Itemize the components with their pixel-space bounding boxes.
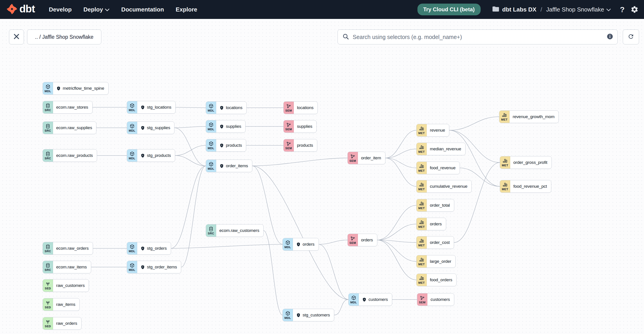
metric-icon: MET (416, 124, 427, 136)
node-label: raw_orders (53, 317, 81, 330)
database-icon: SRC (43, 101, 53, 113)
node-src_raw_stores[interactable]: SRCecom.raw_stores (43, 101, 92, 114)
cube-icon: MDL (206, 120, 216, 133)
database-icon: SRC (43, 261, 53, 273)
cube-icon: MDL (43, 82, 53, 94)
shield-lock-icon (296, 242, 301, 247)
refresh-icon (628, 33, 634, 41)
try-cloud-cli-button[interactable]: Try Cloud CLI (beta) (418, 3, 481, 15)
shield-lock-icon (140, 265, 145, 270)
node-met_order_total[interactable]: METorder_total (416, 199, 454, 212)
node-seed_raw_customers[interactable]: SEDraw_customers (43, 279, 89, 292)
node-label: metricflow_time_spine (53, 82, 108, 94)
search-icon (342, 33, 349, 41)
database-icon: SRC (43, 242, 53, 254)
cube-icon: MDL (283, 238, 293, 250)
node-stg_order_items[interactable]: MDLstg_order_items (127, 261, 181, 273)
node-met_food_revenue[interactable]: METfood_revenue (416, 162, 460, 174)
node-src_raw_products[interactable]: SRCecom.raw_products (43, 149, 97, 162)
node-label: order_total (427, 199, 454, 211)
help-icon[interactable]: ? (620, 5, 624, 14)
node-src_raw_customers[interactable]: SRCecom.raw_customers (206, 224, 264, 237)
breadcrumb[interactable]: .. / Jaffle Shop Snowflake (27, 29, 101, 44)
node-order_items[interactable]: MDLorder_items (206, 160, 252, 172)
metric-icon: MET (416, 274, 427, 286)
node-label: ecom.raw_stores (53, 101, 92, 113)
node-met_median_revenue[interactable]: METmedian_revenue (416, 143, 466, 155)
node-met_order_gross_profit[interactable]: METorder_gross_profit (500, 156, 552, 169)
dbt-logo[interactable]: dbt (7, 3, 35, 15)
node-stg_orders[interactable]: MDLstg_orders (127, 242, 171, 255)
main-nav: Develop Deploy Documentation Explore (49, 6, 197, 13)
node-label: raw_items (53, 298, 80, 311)
semantic-icon: SEM (348, 152, 358, 164)
gear-icon[interactable] (630, 5, 638, 13)
info-icon[interactable] (606, 33, 613, 41)
node-sem_supplies[interactable]: SEMsupplies (284, 120, 316, 133)
node-seed_raw_orders[interactable]: SEDraw_orders (43, 317, 82, 330)
node-met_cumulative_revenue[interactable]: METcumulative_revenue (416, 180, 472, 193)
node-stg_products[interactable]: MDLstg_products (127, 149, 175, 162)
node-met_revenue[interactable]: METrevenue (416, 124, 449, 137)
node-src_raw_supplies[interactable]: SRCecom.raw_supplies (43, 122, 96, 134)
node-label: ecom.raw_orders (53, 242, 93, 254)
node-met_order_cost[interactable]: METorder_cost (416, 236, 454, 249)
node-metricflow_time_spine[interactable]: MDLmetricflow_time_spine (43, 82, 108, 95)
node-stg_locations[interactable]: MDLstg_locations (127, 101, 176, 114)
dbt-wordmark: dbt (20, 3, 35, 15)
node-orders[interactable]: MDLorders (282, 238, 319, 251)
node-stg_supplies[interactable]: MDLstg_supplies (127, 122, 174, 134)
metric-icon: MET (500, 180, 510, 192)
search-input[interactable] (352, 34, 604, 41)
cube-icon: MDL (127, 101, 137, 113)
node-label: locations (216, 102, 246, 114)
node-sem_locations[interactable]: SEMlocations (284, 101, 318, 114)
node-sem_orders[interactable]: SEMorders (348, 234, 377, 246)
refresh-lineage-button[interactable] (623, 29, 639, 44)
semantic-icon: SEM (348, 234, 358, 246)
node-customers[interactable]: MDLcustomers (348, 293, 392, 306)
node-label: raw_customers (53, 280, 89, 292)
node-met_orders[interactable]: METorders (416, 218, 446, 230)
seed-icon: SED (43, 280, 53, 292)
node-label: food_orders (427, 274, 456, 286)
project-selector[interactable]: Jaffle Shop Snowflake (546, 6, 611, 13)
node-label: order_items (216, 160, 252, 172)
node-label: customers (359, 293, 392, 306)
node-locations[interactable]: MDLlocations (206, 101, 247, 114)
cube-icon: MDL (127, 261, 137, 273)
node-seed_raw_items[interactable]: SEDraw_items (43, 298, 80, 311)
node-label: revenue (427, 124, 449, 136)
node-label: cumulative_revenue (427, 180, 472, 192)
nav-develop[interactable]: Develop (49, 6, 72, 13)
node-stg_customers[interactable]: MDLstg_customers (282, 309, 334, 321)
node-supplies[interactable]: MDLsupplies (206, 120, 246, 133)
close-lineage-button[interactable] (9, 29, 24, 44)
nav-deploy[interactable]: Deploy (84, 6, 110, 13)
node-met_food_orders[interactable]: METfood_orders (416, 274, 456, 286)
dbt-logo-icon (7, 4, 17, 15)
node-met_large_order[interactable]: METlarge_order (416, 255, 456, 268)
node-label: ecom.raw_supplies (53, 122, 96, 134)
node-sem_products[interactable]: SEMproducts (284, 139, 317, 152)
account-name[interactable]: dbt Labs DX (502, 6, 536, 13)
nav-explore[interactable]: Explore (176, 6, 197, 13)
node-met_revenue_growth_mom[interactable]: METrevenue_growth_mom (499, 110, 559, 123)
node-met_food_revenue_pct[interactable]: METfood_revenue_pct (500, 180, 551, 193)
node-src_raw_items[interactable]: SRCecom.raw_items (43, 261, 91, 273)
node-label: locations (294, 102, 318, 114)
node-label: customers (428, 293, 454, 306)
semantic-icon: SEM (417, 293, 428, 306)
cube-icon: MDL (127, 150, 137, 162)
node-sem_order_item[interactable]: SEMorder_item (348, 152, 386, 164)
shield-lock-icon (219, 143, 224, 148)
node-label: revenue_growth_mom (510, 111, 558, 123)
node-sem_customers[interactable]: SEMcustomers (417, 293, 454, 306)
node-products[interactable]: MDLproducts (206, 139, 246, 152)
shield-lock-icon (56, 86, 61, 91)
nav-documentation[interactable]: Documentation (121, 6, 164, 13)
metric-icon: MET (499, 111, 510, 123)
node-src_raw_orders[interactable]: SRCecom.raw_orders (43, 242, 93, 255)
node-label: food_revenue_pct (510, 180, 551, 192)
metric-icon: MET (416, 199, 427, 211)
